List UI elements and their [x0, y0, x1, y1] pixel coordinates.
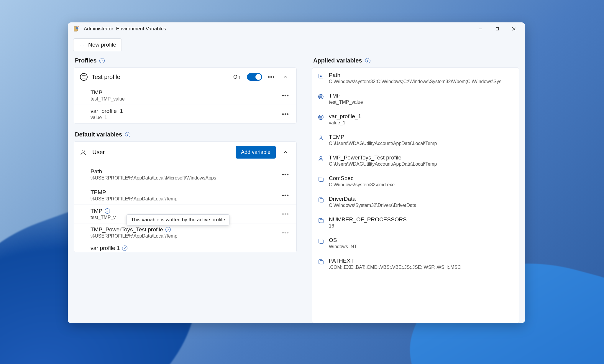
- user-source-icon: [318, 155, 324, 162]
- default-user-panel: User Add variable Path %USERPROFILE%\App…: [74, 141, 297, 252]
- applied-var-name: NUMBER_OF_PROCESSORS: [329, 216, 512, 223]
- profiles-heading: Profiles: [75, 57, 96, 64]
- var-more-button[interactable]: •••: [280, 109, 290, 119]
- var-name: TMP: [91, 89, 277, 96]
- window-controls: [472, 22, 522, 35]
- applied-var-name: TMP_PowerToys_Test profile: [329, 154, 512, 161]
- left-column: Profiles i Test profile On •••: [74, 57, 298, 323]
- user-group-label: User: [92, 149, 231, 156]
- close-button[interactable]: [505, 22, 522, 35]
- app-icon: [73, 26, 80, 32]
- default-vars-heading-row: Default variables i: [75, 131, 297, 138]
- svg-rect-3: [496, 28, 499, 30]
- profile-more-button[interactable]: •••: [266, 72, 276, 82]
- user-var-row[interactable]: Path %USERPROFILE%\AppData\Local\Microso…: [74, 163, 296, 186]
- minimize-button[interactable]: [472, 22, 489, 35]
- var-value: %USERPROFILE%\AppData\Local\Temp: [91, 233, 277, 239]
- profile-var-row[interactable]: TMP test_TMP_value •••: [74, 86, 296, 105]
- profile-collapse-button[interactable]: [280, 72, 290, 82]
- var-more-button[interactable]: •••: [280, 190, 290, 200]
- system-source-icon: [318, 197, 324, 203]
- info-icon[interactable]: i: [125, 132, 130, 137]
- profile-panel: Test profile On ••• TMP test_TMP_value: [74, 67, 297, 123]
- user-group-collapse-button[interactable]: [280, 147, 290, 157]
- window-title: Administrator: Environment Variables: [84, 26, 166, 32]
- svg-rect-20: [320, 178, 323, 182]
- system-source-icon: [318, 258, 324, 265]
- left-scroll-region[interactable]: Test profile On ••• TMP test_TMP_value: [74, 67, 298, 323]
- var-more-button[interactable]: •••: [280, 169, 290, 179]
- user-icon: [80, 149, 88, 156]
- var-name: TMP ✓: [91, 208, 277, 214]
- applied-var-row[interactable]: var_profile_1value_1: [312, 109, 519, 130]
- profile-var-row[interactable]: var_profile_1 value_1 •••: [74, 105, 296, 123]
- default-vars-heading: Default variables: [75, 131, 122, 138]
- applied-var-value: Windows_NT: [329, 244, 512, 249]
- var-name: var_profile_1: [91, 108, 277, 114]
- var-more-button[interactable]: •••: [280, 228, 290, 238]
- applied-var-row[interactable]: OSWindows_NT: [312, 233, 519, 253]
- profile-toggle[interactable]: [247, 73, 262, 81]
- applied-var-row[interactable]: APathC:\Windows\system32;C:\Windows;C:\W…: [312, 68, 519, 88]
- var-value: test_TMP_value: [91, 96, 277, 102]
- svg-point-17: [320, 136, 322, 138]
- applied-var-row[interactable]: NUMBER_OF_PROCESSORS16: [312, 212, 519, 233]
- applied-var-row[interactable]: TMPtest_TMP_value: [312, 88, 519, 109]
- svg-point-6: [82, 150, 84, 152]
- var-value: value_1: [91, 115, 277, 120]
- profile-source-icon: [318, 93, 324, 100]
- new-profile-button[interactable]: ＋ New profile: [73, 38, 122, 51]
- toolbar: ＋ New profile: [68, 35, 525, 57]
- system-source-icon: [318, 176, 324, 182]
- applied-var-value: C:\Windows\system32;C:\Windows;C:\Window…: [329, 79, 512, 84]
- info-icon[interactable]: i: [99, 58, 105, 63]
- applied-var-value: test_TMP_value: [329, 100, 512, 105]
- applied-var-name: DriverData: [329, 196, 512, 202]
- user-var-row[interactable]: TMP_PowerToys_Test profile ✓ %USERPROFIL…: [74, 223, 296, 242]
- info-icon[interactable]: i: [365, 58, 370, 63]
- applied-panel[interactable]: APathC:\Windows\system32;C:\Windows;C:\W…: [312, 67, 519, 323]
- overridden-badge-icon: ✓: [122, 246, 127, 251]
- overridden-badge-icon: ✓: [105, 208, 110, 214]
- tooltip-text: This variable is written by the active p…: [131, 217, 225, 223]
- applied-var-row[interactable]: PATHEXT.COM;.EXE;.BAT;.CMD;.VBS;.VBE;.JS…: [312, 253, 519, 274]
- app-window: Administrator: Environment Variables ＋ N…: [68, 22, 525, 323]
- overridden-badge-icon: ✓: [165, 227, 171, 232]
- user-var-row[interactable]: TEMP %USERPROFILE%\AppData\Local\Temp ••…: [74, 186, 296, 205]
- applied-heading-row: Applied variables i: [313, 57, 519, 64]
- applied-var-value: C:\Users\WDAGUtilityAccount\AppData\Loca…: [329, 141, 512, 146]
- applied-heading: Applied variables: [313, 57, 362, 64]
- applied-var-row[interactable]: ComSpecC:\Windows\system32\cmd.exe: [312, 171, 519, 192]
- var-more-button[interactable]: •••: [280, 209, 290, 219]
- svg-point-18: [320, 157, 322, 159]
- user-var-row[interactable]: var profile 1 ✓: [74, 242, 296, 252]
- applied-var-row[interactable]: TEMPC:\Users\WDAGUtilityAccount\AppData\…: [312, 130, 519, 150]
- applied-var-value: C:\Windows\system32\cmd.exe: [329, 182, 512, 187]
- tooltip: This variable is written by the active p…: [127, 214, 229, 225]
- profile-list-icon: [80, 73, 88, 81]
- user-group-header[interactable]: User Add variable: [74, 142, 296, 163]
- applied-var-row[interactable]: TMP_PowerToys_Test profileC:\Users\WDAGU…: [312, 150, 519, 171]
- maximize-button[interactable]: [489, 22, 505, 35]
- applied-var-value: value_1: [329, 120, 512, 126]
- var-name: TEMP: [91, 189, 277, 196]
- applied-var-name: PATHEXT: [329, 258, 512, 264]
- profile-header[interactable]: Test profile On •••: [74, 68, 296, 86]
- system-source-icon: A: [318, 73, 324, 79]
- applied-var-name: var_profile_1: [329, 113, 512, 120]
- profiles-heading-row: Profiles i: [75, 57, 298, 64]
- titlebar: Administrator: Environment Variables: [68, 22, 525, 35]
- svg-rect-28: [320, 261, 323, 264]
- applied-var-name: TMP: [329, 93, 512, 99]
- applied-var-value: 16: [329, 223, 512, 229]
- add-variable-button[interactable]: Add variable: [236, 146, 276, 159]
- applied-var-value: C:\Windows\System32\Drivers\DriverData: [329, 203, 512, 208]
- content: Profiles i Test profile On •••: [68, 57, 525, 323]
- var-more-button[interactable]: •••: [280, 90, 290, 101]
- toggle-state-label: On: [233, 74, 240, 80]
- applied-var-name: ComSpec: [329, 175, 512, 182]
- applied-var-row[interactable]: DriverDataC:\Windows\System32\Drivers\Dr…: [312, 192, 519, 212]
- applied-var-name: OS: [329, 237, 512, 243]
- var-name: TMP_PowerToys_Test profile ✓: [91, 226, 277, 233]
- right-column: Applied variables i APathC:\Windows\syst…: [312, 57, 519, 323]
